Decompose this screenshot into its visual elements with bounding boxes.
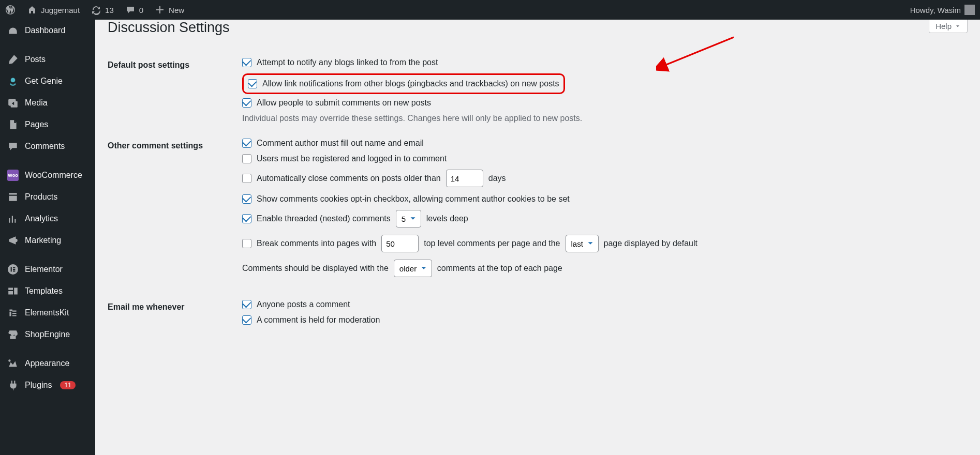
email-anyone-posts-checkbox[interactable] [242, 300, 251, 309]
site-link[interactable]: Juggernaut [27, 5, 80, 15]
genie-icon [7, 75, 19, 87]
content-body: Help Discussion Settings Default post se… [95, 20, 980, 359]
allow-pingbacks-label[interactable]: Allow link notifications from other blog… [248, 79, 559, 88]
allow-pingbacks-checkbox[interactable] [248, 79, 257, 88]
require-registration-checkbox[interactable] [242, 154, 251, 163]
allow-comments-checkbox[interactable] [242, 98, 251, 108]
avatar [964, 5, 975, 15]
pingback-notify-checkbox[interactable] [242, 58, 251, 67]
comments-per-page-input[interactable] [381, 235, 419, 252]
menu-posts[interactable]: Posts [0, 49, 95, 70]
help-label: Help [936, 22, 952, 31]
menu-get-genie[interactable]: Get Genie [0, 70, 95, 92]
require-name-email-label[interactable]: Comment author must fill out name and em… [242, 139, 962, 148]
menu-dashboard[interactable]: Dashboard [0, 20, 95, 41]
menu-media[interactable]: Media [0, 92, 95, 114]
svg-point-0 [11, 78, 16, 82]
woo-icon: Woo [7, 170, 19, 181]
menu-shopengine[interactable]: ShopEngine [0, 324, 95, 345]
svg-rect-4 [13, 269, 15, 270]
menu-products[interactable]: Products [0, 186, 95, 208]
highlight-annotation: Allow link notifications from other blog… [242, 73, 565, 94]
menu-elementor[interactable]: Elementor [0, 259, 95, 280]
email-moderation-checkbox[interactable] [242, 315, 251, 325]
updates-link[interactable]: 13 [91, 5, 114, 15]
email-heading: Email me whenever [108, 292, 237, 339]
menu-elementskit[interactable]: ElementsKit [0, 302, 95, 324]
comments-link[interactable]: 0 [125, 5, 143, 15]
menu-templates[interactable]: Templates [0, 280, 95, 302]
email-moderation-label[interactable]: A comment is held for moderation [242, 315, 962, 325]
admin-menu: Dashboard Posts Get Genie Media Pages Co… [0, 20, 95, 359]
admin-bar: Juggernaut 13 0 New Howdy, Wasim [0, 0, 980, 20]
updates-count: 13 [105, 6, 114, 14]
menu-woocommerce[interactable]: WooWooCommerce [0, 164, 95, 186]
chevron-down-icon [955, 23, 961, 29]
help-toggle[interactable]: Help [929, 20, 968, 33]
menu-analytics[interactable]: Analytics [0, 208, 95, 230]
allow-comments-label[interactable]: Allow people to submit comments on new p… [242, 98, 962, 108]
svg-rect-3 [13, 267, 15, 268]
menu-comments[interactable]: Comments [0, 135, 95, 157]
menu-marketing[interactable]: Marketing [0, 230, 95, 251]
site-name-label: Juggernaut [41, 6, 80, 14]
new-link[interactable]: New [155, 5, 184, 15]
require-registration-label[interactable]: Users must be registered and logged in t… [242, 154, 962, 163]
page-title: Discussion Settings [108, 20, 968, 36]
default-post-settings-heading: Default post settings [108, 50, 237, 131]
my-account[interactable]: Howdy, Wasim [910, 5, 975, 15]
email-anyone-posts-label[interactable]: Anyone posts a comment [242, 300, 962, 309]
menu-appearance[interactable]: Appearance [0, 353, 95, 359]
require-name-email-checkbox[interactable] [242, 139, 251, 148]
howdy-label: Howdy, Wasim [910, 6, 961, 14]
cookies-optin-label[interactable]: Show comments cookies opt-in checkbox, a… [242, 194, 962, 204]
svg-rect-5 [13, 270, 15, 271]
default-post-note: Individual posts may override these sett… [242, 114, 962, 123]
page-comments-checkbox[interactable] [242, 239, 251, 248]
new-label: New [169, 6, 184, 14]
pingback-notify-label[interactable]: Attempt to notify any blogs linked to fr… [242, 58, 962, 67]
svg-rect-2 [11, 267, 12, 272]
menu-pages[interactable]: Pages [0, 114, 95, 135]
default-page-select[interactable]: last [566, 235, 599, 252]
comment-order-select[interactable]: older [394, 260, 432, 277]
close-comments-checkbox[interactable] [242, 174, 251, 183]
arrow-annotation [656, 35, 739, 76]
cookies-optin-checkbox[interactable] [242, 194, 251, 204]
close-comments-days-input[interactable] [446, 170, 483, 187]
wp-logo[interactable] [5, 5, 16, 15]
comments-count: 0 [139, 6, 143, 14]
other-comment-settings-heading: Other comment settings [108, 131, 237, 292]
threaded-comments-checkbox[interactable] [242, 214, 251, 223]
thread-depth-select[interactable]: 5 [396, 210, 421, 228]
